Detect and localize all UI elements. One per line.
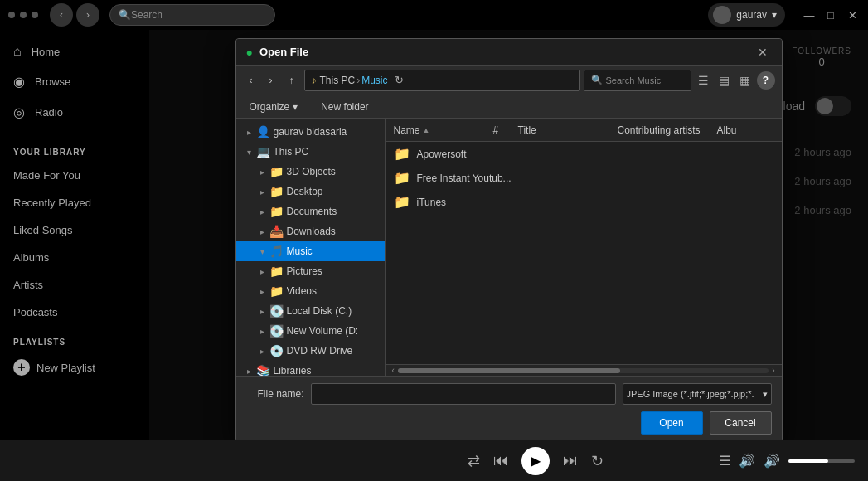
username-label: gaurav [736, 9, 767, 21]
tree-item-music[interactable]: ▾ 🎵 Music [236, 241, 385, 261]
tree-item-new-volume[interactable]: ▸ 💽 New Volume (D: [236, 321, 385, 341]
tree-item-label: gaurav bidasaria [274, 126, 347, 138]
folder-icon: 📁 [394, 194, 410, 210]
dialog-footer: File name: JPEG Image (*.jfif;*.jpeg;*.p… [236, 376, 782, 440]
view-list-button[interactable]: ☰ [695, 72, 712, 89]
col-header-contributing-artists[interactable]: Contributing artists [613, 124, 712, 136]
sidebar-item-liked-songs[interactable]: Liked Songs [0, 216, 149, 244]
maximize-button[interactable]: □ [823, 9, 838, 22]
footer-buttons: Open Cancel [246, 411, 772, 435]
tree-item-label: Desktop [287, 186, 323, 197]
shuffle-button[interactable]: ⇄ [468, 452, 480, 470]
refresh-button[interactable]: ↻ [395, 74, 404, 86]
tree-item-desktop[interactable]: ▸ 📁 Desktop [236, 182, 385, 202]
made-for-you-label: Made For You [13, 169, 80, 182]
view-grid-button[interactable]: ▦ [736, 72, 754, 89]
previous-button[interactable]: ⏮ [493, 452, 508, 469]
col-header-album[interactable]: Albu [712, 124, 778, 136]
play-button[interactable]: ▶ [521, 447, 550, 475]
expand-arrow-icon: ▸ [256, 287, 269, 296]
scroll-left-icon[interactable]: ‹ [389, 366, 398, 375]
toolbar-up-button[interactable]: ↑ [283, 70, 301, 91]
folder-icon: 📁 [269, 165, 284, 178]
sidebar-item-browse[interactable]: ◉ Browse [0, 66, 149, 97]
file-row[interactable]: 📁 iTunes [386, 190, 782, 214]
col-header-title[interactable]: Title [513, 124, 613, 136]
view-details-button[interactable]: ▤ [715, 72, 733, 89]
browse-icon: ◉ [13, 74, 25, 90]
liked-songs-label: Liked Songs [13, 224, 73, 236]
drive-icon: 💽 [269, 324, 284, 338]
forward-button[interactable]: › [76, 3, 99, 27]
new-playlist-label: New Playlist [36, 362, 95, 374]
back-button[interactable]: ‹ [50, 3, 73, 27]
column-headers: Name ▲ # Title Contributing artists [386, 119, 782, 142]
sidebar-item-made-for-you[interactable]: Made For You [0, 162, 149, 189]
help-button[interactable]: ? [757, 71, 775, 90]
tree-item-dvd-rw[interactable]: ▸ 💿 DVD RW Drive [236, 341, 385, 361]
col-header-num[interactable]: # [488, 124, 513, 136]
dialog-close-button[interactable]: ✕ [754, 43, 772, 61]
tree-item-pictures[interactable]: ▸ 📁 Pictures [236, 261, 385, 281]
libraries-icon: 📚 [256, 364, 270, 376]
cancel-button[interactable]: Cancel [710, 411, 772, 435]
search-icon: 🔍 [119, 9, 131, 21]
dot-2 [20, 12, 27, 18]
sidebar-item-recently-played[interactable]: Recently Played [0, 189, 149, 216]
sidebar-item-albums[interactable]: Albums [0, 244, 149, 271]
col-name-label: Name [394, 124, 420, 136]
next-button[interactable]: ⏭ [563, 452, 578, 469]
hscroll-thumb[interactable] [398, 368, 620, 373]
minimize-button[interactable]: — [802, 9, 817, 22]
address-bar[interactable]: ♪ This PC › Music ↻ [304, 70, 580, 91]
dialog-search-box[interactable]: 🔍 Search Music [584, 70, 691, 91]
dialog-search-placeholder: Search Music [606, 75, 662, 85]
close-button[interactable]: ✕ [845, 9, 860, 22]
volume-slider[interactable] [788, 459, 855, 463]
tree-item-libraries[interactable]: ▸ 📚 Libraries [236, 361, 385, 376]
devices-icon: 🔊 [739, 453, 755, 469]
pictures-folder-icon: 📁 [269, 265, 284, 278]
sidebar-item-artists[interactable]: Artists [0, 271, 149, 299]
user-profile[interactable]: gaurav ▾ [708, 3, 785, 27]
tree-item-videos[interactable]: ▸ 📁 Videos [236, 281, 385, 301]
expand-arrow-icon: ▸ [256, 307, 269, 316]
path-music[interactable]: Music [361, 75, 387, 86]
filename-input[interactable] [311, 383, 616, 405]
tree-item-documents[interactable]: ▸ 📁 Documents [236, 202, 385, 221]
window-controls: — □ ✕ [802, 9, 860, 22]
sidebar-item-podcasts[interactable]: Podcasts [0, 299, 149, 326]
toolbar-back-button[interactable]: ‹ [243, 70, 259, 91]
expand-arrow-icon: ▸ [256, 207, 269, 216]
tree-item-3d-objects[interactable]: ▸ 📁 3D Objects [236, 162, 385, 182]
tree-item-gaurav[interactable]: ▸ 👤 gaurav bidasaria [236, 122, 385, 142]
computer-icon: 💻 [256, 145, 270, 158]
organize-button[interactable]: Organize ▾ [243, 96, 305, 118]
file-row[interactable]: 📁 Apowersoft [386, 142, 782, 166]
sidebar-item-radio[interactable]: ◎ Radio [0, 97, 149, 128]
tree-item-label: DVD RW Drive [287, 345, 353, 357]
tree-item-this-pc[interactable]: ▾ 💻 This PC [236, 142, 385, 162]
toolbar-forward-button[interactable]: › [263, 70, 279, 91]
hscroll-bar[interactable]: ‹ › [386, 364, 782, 376]
expand-arrow-icon: ▸ [256, 327, 269, 336]
tree-item-downloads[interactable]: ▸ 📥 Downloads [236, 221, 385, 241]
path-this-pc[interactable]: This PC [320, 75, 356, 86]
file-row[interactable]: 📁 Free Instant Youtub... [386, 166, 782, 190]
sidebar-item-home[interactable]: ⌂ Home [0, 36, 149, 66]
new-playlist-button[interactable]: + New Playlist [0, 352, 149, 383]
open-button[interactable]: Open [641, 411, 703, 435]
filetype-select[interactable]: JPEG Image (*.jfif;*.jpeg;*.pjp;*. ▾ [623, 383, 772, 405]
new-folder-button[interactable]: New folder [314, 96, 375, 118]
tree-item-local-disk[interactable]: ▸ 💽 Local Disk (C:) [236, 301, 385, 321]
home-icon: ⌂ [13, 44, 22, 59]
main-search-bar[interactable]: 🔍 Search [109, 4, 275, 26]
folder-icon: 📁 [394, 146, 410, 162]
nav-arrows: ‹ › [50, 3, 99, 27]
scroll-right-icon[interactable]: › [769, 366, 778, 375]
repeat-button[interactable]: ↻ [591, 452, 604, 470]
col-header-name[interactable]: Name ▲ [389, 124, 488, 136]
path-separator: › [356, 75, 360, 86]
expand-arrow-icon: ▸ [256, 347, 269, 356]
tree-item-label: Pictures [287, 265, 322, 277]
